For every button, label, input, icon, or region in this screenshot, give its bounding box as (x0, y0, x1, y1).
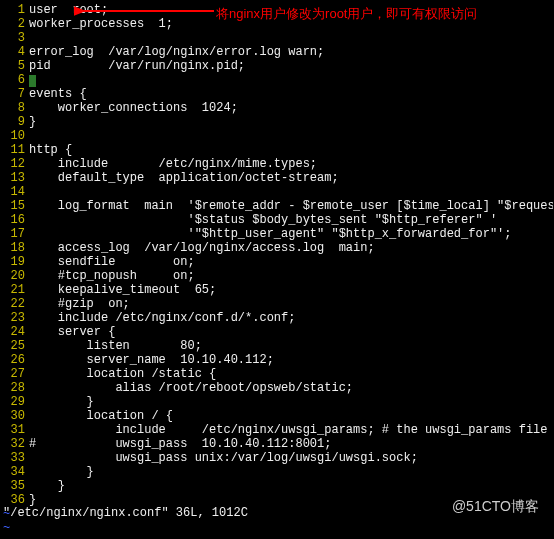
code-line[interactable]: 14 (1, 185, 553, 199)
line-content[interactable]: pid /var/run/nginx.pid; (29, 59, 553, 73)
code-line[interactable]: 24 server { (1, 325, 553, 339)
line-number: 19 (1, 255, 29, 269)
code-line[interactable]: 12 include /etc/nginx/mime.types; (1, 157, 553, 171)
line-content[interactable]: server { (29, 325, 553, 339)
code-line[interactable]: 13 default_type application/octet-stream… (1, 171, 553, 185)
line-number: 4 (1, 45, 29, 59)
code-line[interactable]: 11http { (1, 143, 553, 157)
code-line[interactable]: 21 keepalive_timeout 65; (1, 283, 553, 297)
line-content[interactable]: keepalive_timeout 65; (29, 283, 553, 297)
empty-line-tilde: ~ (1, 521, 553, 535)
line-content[interactable]: include /etc/nginx/mime.types; (29, 157, 553, 171)
line-content[interactable]: http { (29, 143, 553, 157)
line-number: 10 (1, 129, 29, 143)
line-number: 6 (1, 73, 29, 87)
line-content[interactable]: error_log /var/log/nginx/error.log warn; (29, 45, 553, 59)
line-content[interactable]: '"$http_user_agent" "$http_x_forwarded_f… (29, 227, 553, 241)
line-number: 32 (1, 437, 29, 451)
line-content[interactable]: default_type application/octet-stream; (29, 171, 553, 185)
terminal-editor[interactable]: 将nginx用户修改为root用户，即可有权限访问 1user root;2wo… (1, 1, 553, 538)
code-line[interactable]: 35 } (1, 479, 553, 493)
line-number: 27 (1, 367, 29, 381)
status-line: "/etc/nginx/nginx.conf" 36L, 1012C (3, 506, 248, 520)
code-line[interactable]: 33 uwsgi_pass unix:/var/log/uwsgi/uwsgi.… (1, 451, 553, 465)
line-content[interactable]: include /etc/nginx/uwsgi_params; # the u… (29, 423, 553, 437)
line-number: 30 (1, 409, 29, 423)
line-content[interactable]: location /static { (29, 367, 553, 381)
code-line[interactable]: 17 '"$http_user_agent" "$http_x_forwarde… (1, 227, 553, 241)
line-number: 11 (1, 143, 29, 157)
line-content[interactable]: } (29, 395, 553, 409)
line-content[interactable]: #gzip on; (29, 297, 553, 311)
code-line[interactable]: 25 listen 80; (1, 339, 553, 353)
line-number: 8 (1, 101, 29, 115)
line-content[interactable]: } (29, 479, 553, 493)
line-content[interactable] (29, 73, 553, 87)
line-content[interactable]: server_name 10.10.40.112; (29, 353, 553, 367)
line-content[interactable] (29, 31, 553, 45)
code-line[interactable]: 19 sendfile on; (1, 255, 553, 269)
line-number: 22 (1, 297, 29, 311)
code-line[interactable]: 8 worker_connections 1024; (1, 101, 553, 115)
line-content[interactable] (29, 129, 553, 143)
line-content[interactable]: #tcp_nopush on; (29, 269, 553, 283)
line-content[interactable]: sendfile on; (29, 255, 553, 269)
line-content[interactable] (29, 185, 553, 199)
line-number: 25 (1, 339, 29, 353)
code-line[interactable]: 27 location /static { (1, 367, 553, 381)
line-number: 26 (1, 353, 29, 367)
code-line[interactable]: 32# uwsgi_pass 10.10.40.112:8001; (1, 437, 553, 451)
line-content[interactable]: access_log /var/log/nginx/access.log mai… (29, 241, 553, 255)
code-line[interactable]: 26 server_name 10.10.40.112; (1, 353, 553, 367)
code-line[interactable]: 30 location / { (1, 409, 553, 423)
line-number: 29 (1, 395, 29, 409)
line-number: 33 (1, 451, 29, 465)
line-content[interactable]: worker_connections 1024; (29, 101, 553, 115)
line-content[interactable]: listen 80; (29, 339, 553, 353)
line-content[interactable]: log_format main '$remote_addr - $remote_… (29, 199, 553, 213)
code-line[interactable]: 29 } (1, 395, 553, 409)
code-line[interactable]: 22 #gzip on; (1, 297, 553, 311)
line-content[interactable]: '$status $body_bytes_sent "$http_referer… (29, 213, 553, 227)
watermark: @51CTO博客 (452, 498, 539, 516)
line-number: 20 (1, 269, 29, 283)
line-number: 36 (1, 493, 29, 507)
line-number: 2 (1, 17, 29, 31)
code-line[interactable]: 20 #tcp_nopush on; (1, 269, 553, 283)
line-number: 9 (1, 115, 29, 129)
line-content[interactable]: } (29, 465, 553, 479)
line-number: 1 (1, 3, 29, 17)
line-content[interactable]: # uwsgi_pass 10.10.40.112:8001; (29, 437, 553, 451)
line-content[interactable]: include /etc/nginx/conf.d/*.conf; (29, 311, 553, 325)
line-content[interactable]: location / { (29, 409, 553, 423)
line-number: 35 (1, 479, 29, 493)
line-number: 23 (1, 311, 29, 325)
code-line[interactable]: 6 (1, 73, 553, 87)
code-line[interactable]: 7events { (1, 87, 553, 101)
code-line[interactable]: 18 access_log /var/log/nginx/access.log … (1, 241, 553, 255)
code-line[interactable]: 4error_log /var/log/nginx/error.log warn… (1, 45, 553, 59)
line-number: 12 (1, 157, 29, 171)
line-content[interactable]: } (29, 115, 553, 129)
line-number: 14 (1, 185, 29, 199)
code-line[interactable]: 16 '$status $body_bytes_sent "$http_refe… (1, 213, 553, 227)
line-content[interactable]: events { (29, 87, 553, 101)
code-line[interactable]: 34 } (1, 465, 553, 479)
line-number: 28 (1, 381, 29, 395)
code-line[interactable]: 5pid /var/run/nginx.pid; (1, 59, 553, 73)
code-area[interactable]: 1user root;2worker_processes 1;34error_l… (1, 1, 553, 535)
line-content[interactable]: alias /root/reboot/opsweb/static; (29, 381, 553, 395)
code-line[interactable]: 3 (1, 31, 553, 45)
code-line[interactable]: 31 include /etc/nginx/uwsgi_params; # th… (1, 423, 553, 437)
code-line[interactable]: 28 alias /root/reboot/opsweb/static; (1, 381, 553, 395)
line-content[interactable]: uwsgi_pass unix:/var/log/uwsgi/uwsgi.soc… (29, 451, 553, 465)
code-line[interactable]: 23 include /etc/nginx/conf.d/*.conf; (1, 311, 553, 325)
line-number: 16 (1, 213, 29, 227)
code-line[interactable]: 15 log_format main '$remote_addr - $remo… (1, 199, 553, 213)
line-number: 24 (1, 325, 29, 339)
annotation-text: 将nginx用户修改为root用户，即可有权限访问 (216, 5, 477, 23)
line-number: 7 (1, 87, 29, 101)
code-line[interactable]: 9} (1, 115, 553, 129)
line-number: 34 (1, 465, 29, 479)
code-line[interactable]: 10 (1, 129, 553, 143)
